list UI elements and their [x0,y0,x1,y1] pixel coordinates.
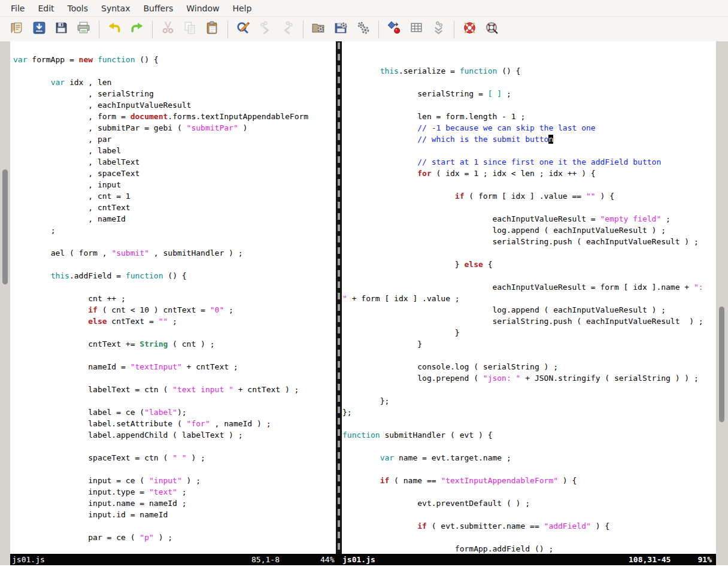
menu-tools[interactable]: Tools [61,0,95,17]
code-line: , label [13,145,336,156]
status-bar[interactable]: js01.js 85,1-8 44% js01.js 108,31-45 91% [10,554,716,565]
code-line: } [342,327,716,338]
redo-button[interactable] [129,21,145,38]
load-session-button[interactable] [311,21,327,38]
code-line: , par [13,134,336,145]
toolbar-separator [152,20,153,38]
menu-file[interactable]: File [4,0,31,17]
code-line: eachInputValueResult = "empty field" ; [342,213,716,225]
toolbar-separator [228,20,228,38]
redo-icon [129,20,144,38]
left-status-position: 85,1-8 [251,554,280,565]
save-all-button[interactable] [53,21,70,38]
code-line: input.type = "text" ; [13,486,336,498]
code-line: , cntText [13,202,336,213]
code-line: , input [13,179,336,190]
code-line: label.setAttribute ( "for" , nameId ) ; [13,418,336,429]
find-replace-button[interactable] [235,21,252,38]
code-line [13,259,336,270]
build-tags-icon [409,20,424,38]
code-line: log.append ( eachInputValueResult ) ; [342,225,716,236]
code-line: input.id = nameId [13,509,336,520]
undo-button[interactable] [107,21,123,38]
paste-icon [205,20,220,38]
code-pane-right[interactable]: this.serialize = function () { serialStr… [342,41,716,554]
help-button[interactable] [462,21,478,38]
code-line: label = ce ("label"); [13,407,336,418]
right-status-position: 108,31-45 [629,554,671,565]
find-next-icon [258,20,273,38]
code-line [13,395,336,407]
open-file-button[interactable] [9,21,26,38]
code-line: this.serialize = function () { [342,65,716,77]
editor-area: var formApp = new function () { var idx … [0,41,728,554]
menu-syntax[interactable]: Syntax [95,0,136,17]
code-line: }; [342,395,716,407]
find-next-button [257,21,274,38]
help-find-icon [484,20,499,38]
code-line [13,236,336,247]
code-line: if ( name == "textInputAppendableForm" )… [342,475,716,486]
code-line [342,270,716,281]
save-all-icon [54,20,69,38]
make-icon [387,20,402,38]
code-pane-left[interactable]: var formApp = new function () { var idx … [10,41,336,554]
code-line: if ( evt.submitter.name == "addField" ) … [342,520,716,532]
code-line [342,202,716,213]
menu-edit[interactable]: Edit [31,0,60,17]
menu-buffers[interactable]: Buffers [136,0,180,17]
print-button[interactable] [75,21,92,38]
code-line: } [342,338,716,350]
load-session-icon [311,20,326,38]
code-line [342,145,716,156]
print-icon [76,20,91,38]
copy-icon [183,20,198,38]
code-line [342,384,716,395]
right-status-filename: js01.js [342,554,375,565]
right-scrollbar-thumb[interactable] [719,307,724,422]
code-line [342,463,716,475]
build-tags-button[interactable] [408,21,425,38]
paste-button[interactable] [204,21,221,38]
menu-help[interactable]: Help [226,0,258,17]
code-line: console.log ( serialString ) ; [342,361,716,372]
right-scrollbar[interactable] [716,41,728,565]
jump-to-tag-button[interactable] [430,21,447,38]
code-line: input = ce ( "input" ) ; [13,475,336,486]
code-line [13,441,336,452]
save-file-button[interactable] [31,21,48,38]
code-line [342,247,716,259]
menu-window[interactable]: Window [180,0,226,17]
run-script-button[interactable] [355,21,372,38]
find-replace-icon [236,20,251,38]
code-line [342,509,716,520]
save-session-button[interactable] [333,21,350,38]
code-line [342,77,716,88]
left-status-filename: js01.js [12,554,45,565]
code-line [342,179,716,190]
code-line: par = ce ( "p" ) ; [13,532,336,543]
code-line: spaceText = ctn ( " " ) ; [13,452,336,463]
code-line: if ( form [ idx ] .value == "" ) { [342,190,716,202]
make-button[interactable] [386,21,403,38]
undo-icon [107,20,122,38]
vertical-split-divider[interactable] [336,41,342,554]
find-prev-button [280,21,296,38]
code-line: evt.preventDefault ( ) ; [342,498,716,509]
open-file-icon [10,20,25,38]
code-line: if ( cnt < 10 ) cntText = "0" ; [13,304,336,316]
code-line [13,372,336,384]
left-scrollbar-thumb[interactable] [2,169,8,284]
code-line [342,486,716,498]
code-line: serialString.push ( eachInputValueResult… [342,236,716,247]
code-line: labelText = ctn ( "text input " + cntTex… [13,384,336,395]
copy-button [182,21,199,38]
code-line: var formApp = new function () { [13,54,336,65]
help-find-button[interactable] [484,21,500,38]
code-line: var idx , len [13,77,336,88]
code-line: this.addField = function () { [13,270,336,281]
code-line [13,463,336,475]
cut-icon [160,20,175,38]
save-session-icon [333,20,348,38]
left-scrollbar[interactable] [0,41,10,565]
